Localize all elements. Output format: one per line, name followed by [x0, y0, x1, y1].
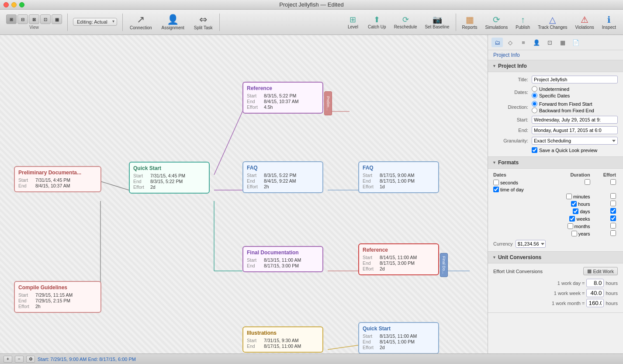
preliminary-node[interactable]: Preliminary Documenta... Start 7/31/15, … [14, 166, 101, 192]
ref-top-end: 8/4/15, 10:37 AM [264, 99, 298, 104]
project-info-header[interactable]: ▼ Project Info [488, 60, 623, 72]
ref-top-effort: 4.5h [264, 104, 273, 110]
compile-node[interactable]: Compile Guidelines Start 7/29/15, 11:15 … [14, 281, 101, 313]
reference-bottom-node[interactable]: Reference Start 8/14/15, 11:00 AM End 8/… [358, 243, 439, 275]
statusbar-settings-button[interactable]: ⚙ [26, 356, 35, 363]
years-duration-check[interactable] [571, 231, 577, 236]
document-checkbox[interactable] [532, 147, 537, 153]
preliminary-end-val: 8/4/15, 10:37 AM [35, 183, 70, 188]
seconds-duration-check[interactable] [585, 179, 590, 185]
work-month-input[interactable] [586, 299, 604, 307]
statusbar-plus-button[interactable]: + [3, 356, 12, 363]
panel-icon-table[interactable]: ▦ [557, 38, 568, 47]
undetermined-radio[interactable] [532, 86, 537, 92]
faq-left-node[interactable]: FAQ Start 8/3/15, 5:22 PM End 8/4/15, 9:… [242, 161, 323, 193]
edit-work-button[interactable]: ▦ Edit Work [583, 267, 618, 275]
illus-end: 8/17/15, 11:00 AM [264, 343, 301, 349]
formats-header[interactable]: ▼ Formats [488, 157, 623, 169]
minutes-row: minutes [493, 193, 618, 200]
canvas[interactable]: Preliminary Documenta... Start 7/31/15, … [0, 35, 488, 354]
work-day-row: 1 work day = hours [493, 279, 618, 287]
publish-button[interactable]: ↑ Publish [512, 13, 533, 31]
reference-top-node[interactable]: Reference Start 8/3/15, 5:22 PM End 8/4/… [242, 82, 323, 114]
granularity-row: Granularity: Exact Scheduling [493, 137, 618, 145]
forward-radio[interactable] [532, 101, 537, 107]
seconds-effort-check[interactable] [610, 179, 616, 185]
level-button[interactable]: ⊞ Level [343, 13, 363, 31]
final-doc-node[interactable]: Final Documentation Start 8/13/15, 11:00… [242, 246, 323, 272]
years-effort-check[interactable] [610, 230, 616, 236]
panel-breadcrumb: Project Info [488, 50, 623, 60]
hours-effort-check[interactable] [610, 201, 616, 206]
seconds-dates-check[interactable] [493, 180, 499, 185]
panel-icon-person[interactable]: 👤 [531, 38, 542, 47]
work-day-input[interactable] [586, 279, 604, 287]
view-icon-1[interactable]: ⊞ [6, 14, 17, 24]
seconds-label: seconds [500, 180, 518, 185]
project-info-label: Project Info [498, 63, 527, 69]
statusbar-text: Start: 7/29/15, 9:00 AM End: 8/17/15, 6:… [38, 357, 136, 362]
days-duration-check[interactable] [573, 208, 578, 214]
main-area: Preliminary Documenta... Start 7/31/15, … [0, 35, 623, 354]
simulations-button[interactable]: ⟳ Simulations [482, 13, 512, 31]
view-icon-2[interactable]: ⊟ [17, 14, 28, 24]
start-input[interactable] [532, 116, 618, 124]
time-of-day-label: time of day [500, 187, 524, 192]
final-doc-title: Final Documentation [247, 250, 319, 256]
panel-icon-resize[interactable]: ⊡ [544, 38, 555, 47]
inspect-button[interactable]: ℹ Inspect [599, 13, 620, 31]
baseline-group[interactable]: Editing: Actual [70, 17, 120, 28]
view-group[interactable]: ⊞ ⊟ ⊠ ⊡ ▦ View [3, 14, 65, 31]
weeks-effort-check[interactable] [610, 215, 616, 221]
quick-start-left-node[interactable]: Quick Start Start 7/31/15, 4:45 PM End 8… [129, 162, 210, 194]
faq-right-node[interactable]: FAQ Start 8/17/15, 9:00 AM End 8/17/15, … [358, 161, 439, 193]
title-input[interactable] [532, 76, 618, 83]
days-effort-check[interactable] [610, 208, 616, 214]
end-input[interactable] [532, 126, 618, 134]
assignment-button[interactable]: 👤 Assignment [157, 12, 189, 32]
hours-duration-check[interactable] [571, 201, 577, 207]
panel-icon-project[interactable]: 🗂 [491, 38, 503, 47]
track-changes-button[interactable]: △ Track Changes [534, 13, 571, 31]
work-week-input[interactable] [586, 289, 604, 297]
granularity-select[interactable]: Exact Scheduling [532, 137, 618, 145]
minutes-duration-check[interactable] [566, 194, 572, 199]
final-doc-end: 8/17/15, 3:00 PM [264, 263, 299, 268]
months-duration-check[interactable] [568, 223, 573, 229]
illustrations-node[interactable]: Illustrations Start 7/31/15, 9:30 AM End… [242, 326, 323, 353]
set-baseline-button[interactable]: 📷 Set Baseline [421, 13, 453, 31]
fullscreen-button[interactable] [19, 2, 24, 7]
months-effort-check[interactable] [610, 223, 616, 229]
baseline-selector[interactable]: Editing: Actual [73, 18, 117, 26]
panel-icon-lines[interactable]: ≡ [518, 38, 529, 47]
weeks-duration-check[interactable] [569, 216, 575, 222]
connection-button[interactable]: ↗ Connection [125, 12, 156, 32]
split-task-button[interactable]: ⇔ Split Task [190, 12, 217, 32]
statusbar-minus-button[interactable]: − [15, 356, 24, 363]
backward-radio[interactable] [532, 107, 537, 113]
view-icon-3[interactable]: ⊠ [29, 14, 39, 24]
violations-button[interactable]: ⚠ Violations [572, 13, 598, 31]
unit-conversions-header[interactable]: ▼ Unit Conversions [488, 252, 623, 263]
connection-label: Connection [130, 25, 152, 30]
view-icon-4[interactable]: ⊡ [40, 14, 51, 24]
start-label: Start: [493, 117, 528, 122]
view-icon-5[interactable]: ▦ [52, 14, 62, 24]
close-button[interactable] [3, 2, 9, 7]
quick-start-right-node[interactable]: Quick Start Start 8/13/15, 11:00 AM End … [358, 322, 439, 354]
panel-icon-doc[interactable]: 📄 [570, 38, 581, 47]
reschedule-button[interactable]: ⟳ Reschedule [391, 13, 421, 31]
catchup-button[interactable]: ⬆ Catch Up [364, 13, 390, 31]
qs-left-start: 7/31/15, 4:45 PM [150, 173, 185, 178]
panel-icon-diamond[interactable]: ◇ [505, 38, 516, 47]
sep-1 [67, 14, 68, 31]
start-row: Start: [493, 116, 618, 124]
seconds-row: seconds [493, 179, 618, 186]
time-of-day-check[interactable] [493, 187, 499, 192]
minimize-button[interactable] [11, 2, 17, 7]
currency-select[interactable]: $1,234.56 [516, 240, 546, 248]
specific-dates-radio[interactable] [532, 93, 537, 98]
reports-button[interactable]: ▦ Reports [459, 13, 481, 31]
undetermined-label: Undetermined [539, 87, 569, 92]
minutes-effort-check[interactable] [610, 193, 616, 199]
